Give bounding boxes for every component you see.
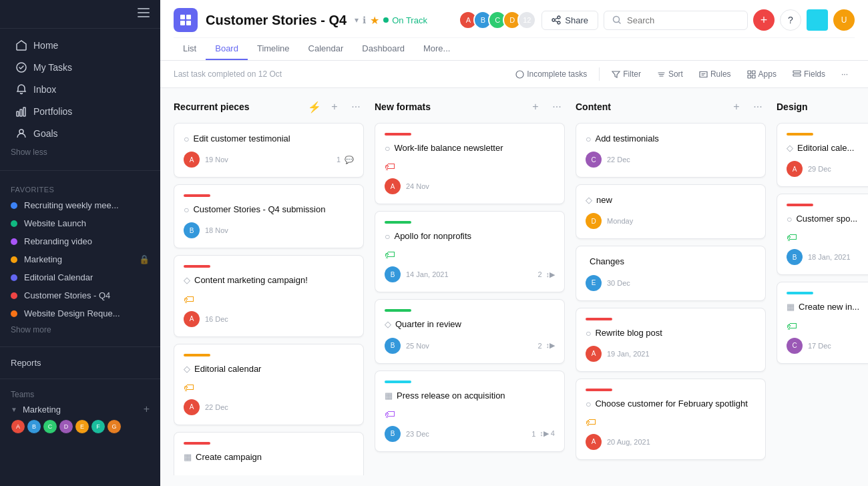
comment-icon: 💬 bbox=[345, 156, 354, 164]
card-changes[interactable]: Changes E 30 Dec bbox=[576, 246, 766, 300]
column-add-button[interactable]: + bbox=[728, 99, 744, 115]
card-title-row: ○ Rewrite blog post bbox=[586, 327, 756, 339]
avatar: A bbox=[787, 161, 803, 177]
nav-tabs: List Board Timeline Calendar Dashboard M… bbox=[174, 37, 855, 60]
card-title-row: ▦ Create campaign bbox=[184, 451, 354, 463]
card-date: 29 Dec bbox=[808, 165, 868, 173]
card-date: 19 Nov bbox=[205, 156, 331, 164]
card-color-bar bbox=[385, 381, 411, 383]
card-press-release[interactable]: ▦ Press release on acquisition 🏷 B 23 De… bbox=[375, 371, 565, 452]
header-top-row: Customer Stories - Q4 ▾ ℹ ★ On Track A B… bbox=[174, 0, 855, 37]
user-avatar[interactable]: U bbox=[833, 9, 855, 31]
fav-item-editorial[interactable]: Editorial Calendar bbox=[0, 268, 160, 286]
card-create-new[interactable]: ▦ Create new in... 🏷 C 17 Dec bbox=[777, 282, 868, 363]
title-chevron-icon[interactable]: ▾ bbox=[355, 15, 359, 25]
column-more-button[interactable]: ··· bbox=[549, 99, 565, 115]
column-add-button[interactable]: + bbox=[327, 99, 343, 115]
apps-icon bbox=[747, 70, 756, 79]
card-customer-spo[interactable]: ○ Customer spo... 🏷 B 18 Jan, 2021 bbox=[777, 194, 868, 275]
card-content-marketing[interactable]: ◇ Content marketing campaign! 🏷 A 16 Dec bbox=[174, 255, 364, 336]
show-more-link[interactable]: Show more bbox=[0, 322, 160, 337]
sidebar-item-portfolios[interactable]: Portfolios bbox=[5, 101, 155, 122]
project-title: Customer Stories - Q4 bbox=[206, 13, 347, 28]
share-button[interactable]: Share bbox=[541, 11, 598, 30]
tab-dashboard[interactable]: Dashboard bbox=[353, 38, 414, 60]
show-less-link[interactable]: Show less bbox=[0, 145, 160, 160]
card-title-row: ○ Add testimonials bbox=[586, 133, 756, 145]
team-add-icon[interactable]: + bbox=[144, 403, 150, 415]
bar-chart-icon bbox=[16, 106, 27, 117]
more-options-button[interactable]: ··· bbox=[835, 66, 855, 82]
search-box[interactable] bbox=[604, 11, 748, 30]
tab-calendar[interactable]: Calendar bbox=[299, 38, 353, 60]
rules-button[interactable]: Rules bbox=[692, 66, 738, 82]
sidebar-item-label: Inbox bbox=[33, 84, 56, 95]
avatar: A bbox=[385, 178, 401, 194]
card-new-monday[interactable]: ◇ new D Monday bbox=[576, 184, 766, 239]
card-create-campaign[interactable]: ▦ Create campaign bbox=[174, 432, 364, 475]
incomplete-tasks-button[interactable]: Incomplete tasks bbox=[509, 66, 594, 82]
card-footer: B 14 Jan, 2021 2 ↕▶ bbox=[385, 266, 555, 282]
diamond-status-icon: ◇ bbox=[184, 275, 190, 285]
fav-dot bbox=[11, 220, 17, 227]
column-more-button[interactable]: ··· bbox=[750, 99, 766, 115]
card-title-row: ◇ new bbox=[586, 194, 756, 206]
team-avatar: A bbox=[11, 419, 25, 434]
card-add-testimonials[interactable]: ○ Add testimonials C 22 Dec bbox=[576, 123, 766, 178]
info-icon[interactable]: ℹ bbox=[363, 15, 366, 25]
tab-list[interactable]: List bbox=[174, 38, 206, 60]
card-edit-testimonial[interactable]: ○ Edit customer testimonial A 19 Nov 1 💬 bbox=[174, 123, 364, 178]
card-choose-customer[interactable]: ○ Choose customer for February spotlight… bbox=[576, 379, 766, 460]
fav-label: Recruiting weekly mee... bbox=[24, 200, 119, 210]
star-icon[interactable]: ★ bbox=[370, 14, 379, 27]
card-work-life[interactable]: ○ Work-life balance newsletter 🏷 A 24 No… bbox=[375, 123, 565, 204]
sidebar-item-reports[interactable]: Reports bbox=[0, 352, 160, 373]
help-button[interactable]: ? bbox=[780, 9, 801, 31]
sidebar-item-inbox[interactable]: Inbox bbox=[5, 79, 155, 100]
avatar: C bbox=[787, 338, 803, 354]
sidebar-item-my-tasks[interactable]: My Tasks bbox=[5, 57, 155, 78]
fav-item-rebranding[interactable]: Rebranding video bbox=[0, 232, 160, 250]
apps-button[interactable]: Apps bbox=[740, 66, 783, 82]
card-q4-submission[interactable]: ○ Customer Stories - Q4 submission B 18 … bbox=[174, 184, 364, 248]
sort-button[interactable]: Sort bbox=[650, 66, 690, 82]
tab-timeline[interactable]: Timeline bbox=[248, 38, 299, 60]
card-footer: E 30 Dec bbox=[586, 275, 756, 291]
tab-board[interactable]: Board bbox=[206, 38, 248, 60]
fav-item-marketing[interactable]: Marketing 🔒 bbox=[0, 250, 160, 268]
card-date: 22 Dec bbox=[205, 403, 354, 411]
marketing-team-row[interactable]: ▼ Marketing + bbox=[11, 403, 150, 415]
card-rewrite-blog[interactable]: ○ Rewrite blog post A 19 Jan, 2021 bbox=[576, 308, 766, 372]
tab-more[interactable]: More... bbox=[414, 38, 459, 60]
fav-item-website-design[interactable]: Website Design Reque... bbox=[0, 304, 160, 322]
fields-icon bbox=[793, 70, 801, 79]
filter-button[interactable]: Filter bbox=[605, 66, 648, 82]
card-meta: 2 ↕▶ bbox=[537, 341, 555, 350]
fields-button[interactable]: Fields bbox=[786, 66, 832, 82]
card-date: 23 Dec bbox=[406, 430, 526, 438]
fav-item-customer-stories[interactable]: Customer Stories - Q4 bbox=[0, 286, 160, 304]
search-input[interactable] bbox=[627, 15, 739, 25]
team-avatar: F bbox=[91, 419, 105, 434]
card-title: Rewrite blog post bbox=[595, 327, 662, 339]
fav-label: Website Launch bbox=[24, 218, 86, 228]
color-mode-button[interactable] bbox=[807, 9, 828, 31]
card-editorial-calendar[interactable]: ◇ Editorial calendar 🏷 A 22 Dec bbox=[174, 344, 364, 425]
column-header: Design + ··· bbox=[777, 99, 868, 123]
card-date: Monday bbox=[607, 217, 756, 225]
fav-item-recruiting[interactable]: Recruiting weekly mee... bbox=[0, 196, 160, 214]
sidebar-item-goals[interactable]: Goals bbox=[5, 123, 155, 144]
add-button[interactable]: + bbox=[753, 9, 775, 31]
card-color-bar bbox=[385, 309, 411, 312]
menu-icon[interactable] bbox=[138, 8, 150, 20]
card-apollo[interactable]: ○ Apollo for nonprofits 🏷 B 14 Jan, 2021… bbox=[375, 211, 565, 292]
card-editorial-cale[interactable]: ◇ Editorial cale... A 29 Dec bbox=[777, 123, 868, 187]
sidebar-item-home[interactable]: Home bbox=[5, 35, 155, 56]
column-more-button[interactable]: ··· bbox=[348, 99, 364, 115]
column-add-button[interactable]: + bbox=[527, 99, 544, 115]
card-quarter-review[interactable]: ◇ Quarter in review B 25 Nov 2 ↕▶ bbox=[375, 299, 565, 363]
fav-item-website-launch[interactable]: Website Launch bbox=[0, 214, 160, 232]
card-title-row: ○ Apollo for nonprofits bbox=[385, 230, 555, 242]
team-avatar: B bbox=[27, 419, 41, 434]
card-title: Press release on acquisition bbox=[397, 390, 505, 402]
